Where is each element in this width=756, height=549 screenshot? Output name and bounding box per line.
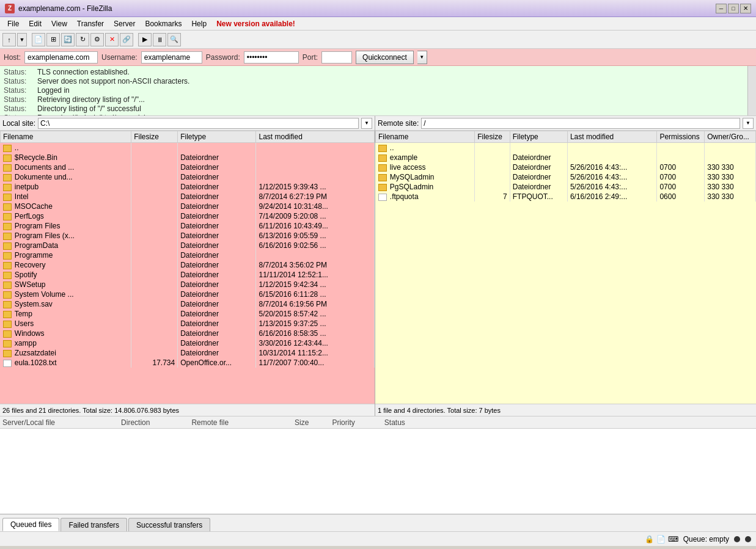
col-header-owner-remote[interactable]: Owner/Gro... [705,131,756,143]
table-row[interactable]: Dokumente und... Dateiordner [1,172,375,182]
port-input[interactable] [321,51,352,64]
table-row[interactable]: Program Files (x... Dateiordner 6/13/201… [1,231,375,241]
table-row[interactable]: Program Files Dateiordner 6/11/2016 10:4… [1,221,375,231]
titlebar-controls: ─ □ ✕ [716,4,751,13]
username-input[interactable] [141,51,202,64]
file-type: Dateiordner [178,250,256,260]
col-header-filename-remote[interactable]: Filename [376,131,475,143]
table-row[interactable]: ProgramData Dateiordner 6/16/2016 9:02:5… [1,241,375,250]
table-row[interactable]: $Recycle.Bin Dateiordner [1,153,375,162]
file-type: Dateiordner [178,280,256,289]
close-button[interactable]: ✕ [740,4,751,13]
quickconnect-button[interactable]: Quickconnect [356,51,414,64]
file-type: Dateiordner [178,329,256,338]
table-row[interactable]: MSOCache Dateiordner 9/24/2014 10:31:48.… [1,202,375,211]
menu-item-server[interactable]: Server [109,18,140,29]
table-row[interactable]: PgSQLadmin Dateiordner 5/26/2016 4:43:..… [376,182,756,192]
toolbar-btn-8[interactable]: ⏸ [153,33,166,46]
transfer-col-direction: Direction [121,418,150,427]
table-row[interactable]: Documents and ... Dateiordner [1,162,375,172]
local-file-table-scroll[interactable]: Filename Filesize Filetype Last modified… [0,131,375,404]
toolbar-btn-6[interactable]: 🔗 [120,33,133,46]
toolbar-btn-7[interactable]: ▶ [138,33,152,46]
file-size [131,250,178,260]
folder-icon [3,213,12,220]
local-status-text: 26 files and 21 directories. Total size:… [2,407,179,414]
menu-item-bookmarks[interactable]: Bookmarks [140,18,186,29]
file-modified [256,162,375,172]
col-header-filesize-remote[interactable]: Filesize [475,131,510,143]
file-modified: 5/26/2016 4:43:... [567,172,657,182]
status-line: Status:Renaming '/beispiel' to '/example… [4,114,752,116]
table-row[interactable]: Windows Dateiordner 6/16/2016 8:58:35 ..… [1,329,375,338]
menu-item-help[interactable]: Help [186,18,211,29]
table-row[interactable]: .. [376,143,756,153]
file-size [131,143,178,153]
local-site-dropdown[interactable]: ▼ [361,118,372,129]
menu-item-new-version-available![interactable]: New version available! [211,18,300,29]
table-row[interactable]: inetpub Dateiordner 1/12/2015 9:39:43 ..… [1,182,375,192]
folder-icon [3,242,12,250]
toolbar-btn-5[interactable]: ⚙ [90,33,104,46]
tab-successful-transfers[interactable]: Successful transfers [128,518,210,531]
remote-file-table-scroll[interactable]: Filename Filesize Filetype Last modified… [375,131,756,404]
table-row[interactable]: MySQLadmin Dateiordner 5/26/2016 4:43:..… [376,172,756,182]
col-header-filetype-remote[interactable]: Filetype [510,131,567,143]
tab-failed-transfers[interactable]: Failed transfers [61,518,127,531]
tab-queued-files[interactable]: Queued files [2,518,59,531]
menu-item-view[interactable]: View [46,18,72,29]
col-header-lastmod-remote[interactable]: Last modified [567,131,657,143]
toolbar-btn-open[interactable]: 📄 [32,33,45,46]
toolbar-dropdown-1[interactable]: ▼ [17,33,27,46]
table-row[interactable]: Zuzsatzdatei Dateiordner 10/31/2014 11:1… [1,348,375,358]
table-row[interactable]: Programme Dateiordner [1,250,375,260]
file-size [475,172,510,182]
toolbar-btn-1[interactable]: ↑ [2,33,16,46]
local-site-path[interactable] [38,118,359,129]
menu-item-file[interactable]: File [2,18,24,29]
remote-site-dropdown[interactable]: ▼ [743,118,754,129]
menu-item-transfer[interactable]: Transfer [72,18,109,29]
table-row[interactable]: Spotify Dateiordner 11/11/2014 12:52:1..… [1,270,375,280]
status-line: Status:Directory listing of "/" successf… [4,104,752,114]
col-header-filetype-local[interactable]: Filetype [178,131,256,143]
remote-status-bar: 1 file and 4 directories. Total size: 7 … [375,404,756,416]
toolbar-btn-3[interactable]: 🔄 [61,33,75,46]
table-row[interactable]: PerfLogs Dateiordner 7/14/2009 5:20:08 .… [1,211,375,221]
toolbar-btn-4[interactable]: ↻ [76,33,89,46]
table-row[interactable]: Temp Dateiordner 5/20/2015 8:57:42 ... [1,309,375,319]
toolbar-btn-cancel[interactable]: ✕ [105,33,119,46]
file-type: Dateiordner [178,231,256,241]
status-log: Status:TLS connection established.Status… [0,66,756,116]
menu-item-edit[interactable]: Edit [24,18,46,29]
password-input[interactable] [244,51,299,64]
table-row[interactable]: Users Dateiordner 1/13/2015 9:37:25 ... [1,319,375,329]
col-header-lastmod-local[interactable]: Last modified [256,131,375,143]
maximize-button[interactable]: □ [728,4,739,13]
table-row[interactable]: live access Dateiordner 5/26/2016 4:43:.… [376,162,756,172]
col-header-perms-remote[interactable]: Permissions [657,131,705,143]
table-row[interactable]: xampp Dateiordner 3/30/2016 12:43:44... [1,338,375,348]
col-header-filesize-local[interactable]: Filesize [131,131,178,143]
toolbar-btn-2[interactable]: ⊞ [46,33,60,46]
file-size [131,289,178,299]
toolbar-btn-search[interactable]: 🔍 [167,33,181,46]
file-type: Dateiordner [178,182,256,192]
table-row[interactable]: Recovery Dateiordner 8/7/2014 3:56:02 PM [1,260,375,270]
file-size [131,280,178,289]
table-row[interactable]: .ftpquota 7 FTPQUOT... 6/16/2016 2:49:..… [376,192,756,202]
table-row[interactable]: System.sav Dateiordner 8/7/2014 6:19:56 … [1,299,375,309]
col-header-filename-local[interactable]: Filename [1,131,131,143]
quickconnect-dropdown[interactable]: ▼ [417,51,427,64]
table-row[interactable]: .. [1,143,375,153]
table-row[interactable]: eula.1028.txt 17.734 OpenOffice.or... 11… [1,358,375,368]
remote-site-path[interactable] [421,118,740,129]
table-row[interactable]: Intel Dateiordner 8/7/2014 6:27:19 PM [1,192,375,202]
table-row[interactable]: example Dateiordner [376,153,756,162]
host-input[interactable] [24,51,98,64]
table-row[interactable]: System Volume ... Dateiordner 6/15/2016 … [1,289,375,299]
minimize-button[interactable]: ─ [716,4,727,13]
file-permissions [657,143,705,153]
status-log-scrollbar[interactable] [747,66,756,115]
table-row[interactable]: SWSetup Dateiordner 1/12/2015 9:42:34 ..… [1,280,375,289]
